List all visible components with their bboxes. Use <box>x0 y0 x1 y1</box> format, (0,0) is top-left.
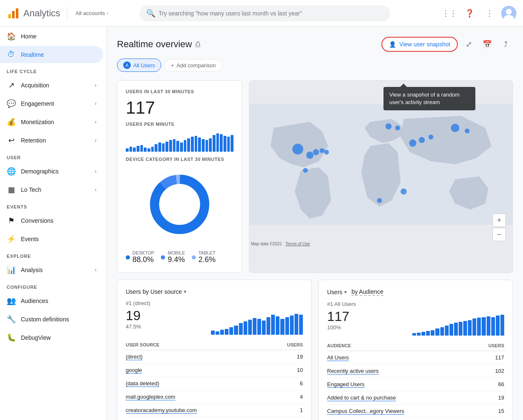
bottom-grid: Users by User source ▾ #1 (direct) 19 47… <box>117 280 513 420</box>
apps-icon[interactable]: ⋮⋮ <box>441 5 458 22</box>
realtime-icon: ⏱ <box>7 50 16 59</box>
bar <box>140 145 143 152</box>
audience-cell: Engaged Users <box>327 378 474 391</box>
user-source-rank: #1 (direct) <box>126 300 303 306</box>
nav-right-actions: ⋮⋮ ❓ ⋮ <box>441 5 516 22</box>
user-source-dropdown-icon[interactable]: ▾ <box>184 289 186 295</box>
sparkline-bar <box>234 326 238 335</box>
sparkline-bar <box>225 329 228 335</box>
users-cell: 15 <box>474 405 504 418</box>
user-source-sparkline <box>211 313 303 335</box>
user-source-value: 19 <box>126 308 141 323</box>
sidebar-item-analysis[interactable]: 📊 Analysis › <box>0 261 103 279</box>
user-source-table: USER SOURCE USERS (direct) 19 google 10 … <box>126 340 303 417</box>
sparkline-bar <box>435 328 439 336</box>
debugview-icon: 🐛 <box>7 333 16 342</box>
sidebar-item-demographics[interactable]: 🌐 Demographics › <box>0 163 103 180</box>
sparkline-bar <box>491 317 495 336</box>
mobile-label: MOBILE <box>168 250 185 255</box>
calendar-icon[interactable]: 📅 <box>480 37 495 52</box>
svg-rect-0 <box>8 14 11 18</box>
audience-sparkline <box>412 314 504 336</box>
bar <box>209 138 212 152</box>
desktop-pct: 88.0% <box>132 255 154 264</box>
all-users-filter-chip[interactable]: A All Users <box>117 59 161 72</box>
sidebar-item-home[interactable]: 🏠 Home <box>0 28 103 45</box>
sparkline-bar <box>421 332 425 336</box>
svg-point-15 <box>303 168 308 173</box>
add-comparison-button[interactable]: + Add comparison <box>165 59 222 71</box>
users-per-minute-label: USERS PER MINUTE <box>126 122 234 127</box>
view-snapshot-button[interactable]: 👤 View user snapshot <box>381 37 458 52</box>
more-options-icon[interactable]: ⋮ <box>481 5 498 22</box>
map-zoom-in-button[interactable]: + <box>493 214 506 227</box>
users-30min-value: 117 <box>126 99 234 117</box>
table-row: mall.googleplex.com 4 <box>126 390 303 404</box>
sidebar-item-retention[interactable]: ↩ Retention › <box>0 132 103 149</box>
sparkline-bar <box>290 316 294 335</box>
svg-point-18 <box>409 140 416 147</box>
share-icon[interactable]: ⤴ <box>498 37 513 52</box>
help-icon[interactable]: ❓ <box>461 5 478 22</box>
sidebar-item-engagement[interactable]: 💬 Engagement › <box>0 95 103 112</box>
audience-dropdown-icon[interactable]: ▾ <box>344 289 347 295</box>
sparkline-bar <box>500 315 504 336</box>
sidebar-item-custom-definitions[interactable]: 🔧 Custom definitions <box>0 311 103 328</box>
bar <box>191 137 194 152</box>
user-avatar[interactable] <box>501 6 516 21</box>
sparkline-bar <box>477 318 481 336</box>
mobile-dot <box>161 255 165 260</box>
audience-cell: Purchasers <box>327 418 474 420</box>
sparkline-bar <box>449 324 453 336</box>
sidebar-item-monetization[interactable]: 💰 Monetization › <box>0 113 103 131</box>
user-section-label: USER <box>0 150 107 162</box>
sparkline-bar <box>431 330 434 336</box>
bar <box>198 137 201 152</box>
svg-point-11 <box>306 152 313 159</box>
all-accounts-link[interactable]: All accounts › <box>72 10 111 16</box>
bar <box>158 143 161 152</box>
search-input[interactable] <box>159 10 383 17</box>
bar <box>151 147 154 152</box>
sparkline-bar <box>463 321 467 336</box>
app-title: Analytics <box>23 8 60 19</box>
sparkline-bar <box>417 333 421 336</box>
sparkline-bar <box>239 323 243 335</box>
monetization-icon: 💰 <box>7 117 16 127</box>
bar <box>173 139 176 152</box>
sparkline-bar <box>299 315 303 335</box>
table-row: creatoracademy.youtube.com 1 <box>126 404 303 417</box>
desktop-legend: DESKTOP 88.0% <box>126 250 154 264</box>
explore-section-label: EXPLORE <box>0 249 107 260</box>
retention-icon: ↩ <box>7 136 16 145</box>
tablet-pct: 2.6% <box>198 255 216 264</box>
header-actions: 👤 View user snapshot ⤢ 📅 ⤴ <box>381 37 513 52</box>
sidebar-item-realtime[interactable]: ⏱ Realtime <box>0 46 103 63</box>
sidebar-item-acquisition[interactable]: ↗ Acquisition › <box>0 76 103 94</box>
sidebar-item-tech[interactable]: ▦ Lo Tech › <box>0 181 103 199</box>
map-zoom-out-button[interactable]: − <box>493 228 506 241</box>
accounts-chevron-icon: › <box>107 11 108 15</box>
expand-monetization-icon: › <box>95 119 96 125</box>
map-credit: Map data ©2021 Terms of Use <box>251 242 310 246</box>
map-zoom-controls: + − <box>493 214 506 241</box>
sidebar-item-audiences[interactable]: 👥 Audiences <box>0 292 103 310</box>
snapshot-person-icon: 👤 <box>389 41 396 48</box>
user-source-pct: 47.5% <box>126 323 141 330</box>
sidebar-item-events[interactable]: ⚡ Events <box>0 230 103 248</box>
export-icon[interactable]: ⎙ <box>195 40 200 49</box>
events-section-label: EVENTS <box>0 199 107 211</box>
table-row: Purchasers 8 <box>327 418 504 420</box>
table-row: (data deleted) 6 <box>126 377 303 390</box>
search-bar[interactable]: 🔍 <box>140 5 390 21</box>
table-row: (direct) 19 <box>126 350 303 364</box>
audience-cell: Added to cart & no purchase <box>327 391 474 405</box>
mobile-pct: 9.4% <box>168 255 185 264</box>
svg-point-19 <box>419 137 425 143</box>
fullscreen-icon[interactable]: ⤢ <box>461 37 476 52</box>
bar <box>195 136 198 152</box>
sidebar-item-conversions[interactable]: ⚑ Conversions <box>0 212 103 229</box>
svg-point-6 <box>155 179 205 229</box>
table-row: All Users 117 <box>327 351 504 364</box>
sidebar-item-debugview[interactable]: 🐛 DebugView <box>0 329 103 346</box>
